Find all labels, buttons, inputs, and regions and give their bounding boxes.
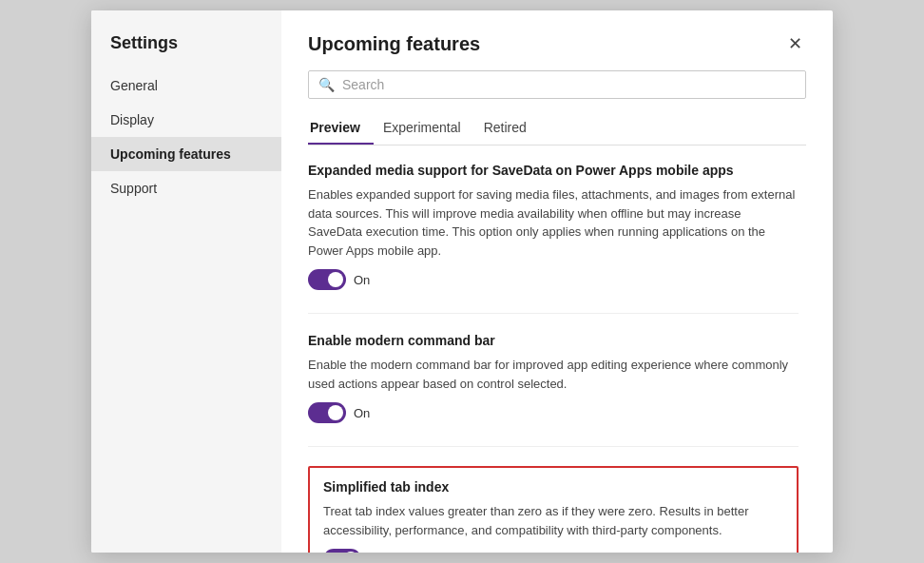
toggle-expanded-media[interactable] — [308, 269, 346, 290]
divider-2 — [308, 446, 799, 447]
search-input[interactable] — [342, 77, 796, 92]
settings-dialog: Settings General Display Upcoming featur… — [91, 10, 833, 553]
tab-experimental[interactable]: Experimental — [381, 112, 474, 145]
feature-desc-simplified-tab-index: Treat tab index values greater than zero… — [323, 502, 783, 539]
toggle-row-expanded-media: On — [308, 269, 799, 290]
sidebar-title: Settings — [91, 29, 281, 68]
sidebar: Settings General Display Upcoming featur… — [91, 10, 281, 553]
toggle-modern-command-bar[interactable] — [308, 402, 346, 423]
toggle-knob-simplified-tab-index — [343, 552, 358, 553]
tab-retired[interactable]: Retired — [482, 112, 540, 145]
close-button[interactable]: ✕ — [784, 33, 806, 54]
feature-desc-expanded-media: Enables expanded support for saving medi… — [308, 185, 799, 260]
feature-desc-modern-command-bar: Enable the modern command bar for improv… — [308, 356, 799, 393]
tabs-bar: Preview Experimental Retired — [308, 112, 806, 146]
sidebar-item-support[interactable]: Support — [91, 171, 281, 205]
feature-title-expanded-media: Expanded media support for SaveData on P… — [308, 163, 799, 178]
divider-1 — [308, 313, 799, 314]
features-list: Expanded media support for SaveData on P… — [308, 146, 806, 553]
dialog-overlay: Settings General Display Upcoming featur… — [0, 0, 924, 563]
toggle-row-modern-command-bar: On — [308, 402, 799, 423]
toggle-simplified-tab-index[interactable] — [323, 549, 361, 553]
sidebar-item-upcoming-features[interactable]: Upcoming features — [91, 137, 281, 171]
feature-item-modern-command-bar: Enable modern command bar Enable the mod… — [308, 333, 799, 423]
search-icon: 🔍 — [318, 77, 335, 92]
feature-title-simplified-tab-index: Simplified tab index — [323, 479, 783, 495]
tab-preview[interactable]: Preview — [308, 112, 374, 145]
sidebar-item-display[interactable]: Display — [91, 103, 281, 137]
page-title: Upcoming features — [308, 33, 480, 55]
toggle-label-expanded-media: On — [354, 273, 370, 287]
sidebar-item-general[interactable]: General — [91, 68, 281, 103]
toggle-label-modern-command-bar: On — [354, 406, 370, 420]
feature-item-simplified-tab-index: Simplified tab index Treat tab index val… — [308, 466, 799, 553]
feature-title-modern-command-bar: Enable modern command bar — [308, 333, 799, 348]
feature-item-expanded-media: Expanded media support for SaveData on P… — [308, 163, 799, 290]
main-header: Upcoming features ✕ — [308, 33, 806, 55]
toggle-knob-modern-command-bar — [328, 405, 343, 420]
main-content: Upcoming features ✕ 🔍 Preview Experiment… — [281, 10, 833, 553]
toggle-row-simplified-tab-index: On — [323, 549, 783, 553]
toggle-label-simplified-tab-index: On — [369, 553, 385, 553]
toggle-knob-expanded-media — [328, 272, 343, 287]
search-box: 🔍 — [308, 70, 806, 99]
